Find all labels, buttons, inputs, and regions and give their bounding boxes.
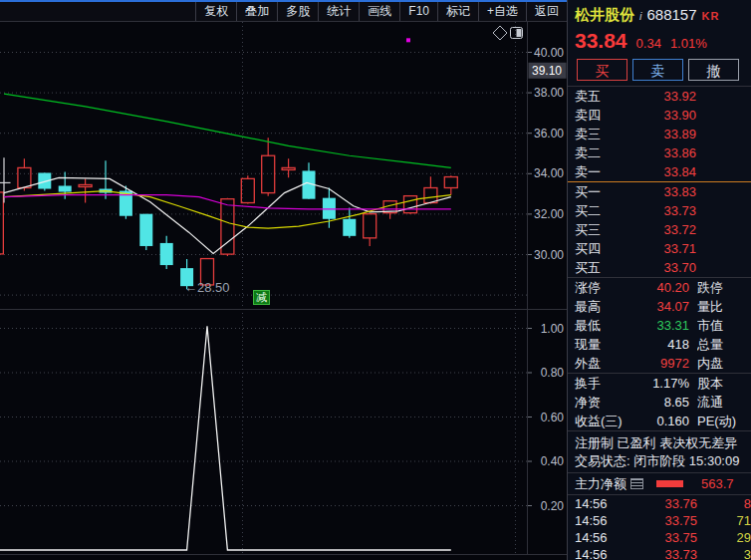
ask-row[interactable]: 卖四33.90 <box>568 106 751 125</box>
tick-row: 14:5633.7571 <box>568 512 751 529</box>
level-price: 33.92 <box>626 87 696 106</box>
toolbar-button[interactable]: 标记 <box>437 2 478 21</box>
ask-row[interactable]: 卖二33.86 <box>568 143 751 162</box>
gridlines <box>0 53 527 506</box>
stat-label: 市值 <box>697 316 751 335</box>
buy-button[interactable]: 买 <box>577 59 627 81</box>
reduce-holdings-badge: 减 <box>253 290 270 305</box>
level-price: 33.72 <box>626 220 696 239</box>
info-icon[interactable]: i <box>639 10 641 22</box>
level-price: 33.84 <box>626 162 696 181</box>
cursor-price-label: 39.10 <box>532 64 562 78</box>
tick-price: 33.73 <box>621 546 723 560</box>
axis-tick-label: 38.00 <box>534 86 564 100</box>
stat-label: 换手 <box>575 374 626 393</box>
tick-list: 14:5633.76814:5633.757114:5633.752914:56… <box>568 495 751 560</box>
stat-row: 收益(三)0.160PE(动) <box>568 412 751 430</box>
stat-value: 9972 <box>626 354 689 373</box>
stat-label: 收益(三) <box>575 412 626 430</box>
stat-row: 外盘9972内盘 <box>568 354 751 373</box>
stat-row: 最低33.31市值 <box>568 316 751 335</box>
toolbar-button[interactable]: 复权 <box>195 2 236 21</box>
stat-label: 现量 <box>575 335 626 354</box>
stat-label: PE(动) <box>697 412 751 430</box>
main-force-row[interactable]: 主力净额 563.7 <box>568 473 751 495</box>
main-force-value: 563.7 <box>701 476 751 491</box>
axis-tick-label: 0.20 <box>541 499 565 513</box>
level-label: 卖五 <box>575 87 626 106</box>
bid-row[interactable]: 买五33.70 <box>568 258 751 277</box>
y-axis: 40.0038.0036.0034.0032.0030.001.000.800.… <box>528 46 564 513</box>
candlestick-chart[interactable]: 40.0038.0036.0034.0032.0030.001.000.800.… <box>0 0 567 560</box>
axis-tick-label: 34.00 <box>534 166 564 180</box>
tick-price: 33.76 <box>621 495 723 512</box>
stock-code: 688157 <box>646 6 696 23</box>
last-price: 33.84 <box>575 29 627 53</box>
level-label: 卖二 <box>575 143 626 162</box>
toolbar-button[interactable]: 统计 <box>318 2 359 21</box>
toolbar-button[interactable]: 画线 <box>359 2 399 21</box>
signal-indicator-line <box>0 326 451 550</box>
stat-label: 最低 <box>575 316 626 335</box>
bid-row[interactable]: 买四33.71 <box>568 239 751 258</box>
stat-row: 涨停40.20跌停 <box>568 278 751 297</box>
level-label: 买五 <box>575 258 626 277</box>
stat-value: 1.17% <box>626 374 689 393</box>
main-force-label: 主力净额 <box>575 475 626 493</box>
tick-row: 14:5633.7529 <box>568 529 751 546</box>
chart-toolbar: 复权叠加多股统计画线F10标记+自选返回 <box>0 0 567 22</box>
stat-value: 33.31 <box>626 316 689 335</box>
quote-panel: 松井股份 i 688157 KR 33.84 0.34 1.01% 买卖撤 卖五… <box>567 0 751 560</box>
star-market-tag: KR <box>702 10 720 22</box>
tick-price: 33.75 <box>621 529 723 546</box>
level-price: 33.90 <box>626 106 696 125</box>
stat-value: 40.20 <box>626 278 689 297</box>
level-price: 33.89 <box>626 125 696 143</box>
stat-row: 现量418总量 <box>568 335 751 354</box>
tick-time: 14:56 <box>575 546 621 560</box>
split-window-icon-fill <box>517 29 522 37</box>
level-price: 33.71 <box>626 239 696 258</box>
stat-value: 0.160 <box>626 412 689 430</box>
axis-tick-label: 1.00 <box>541 322 565 336</box>
level-price: 33.86 <box>626 143 696 162</box>
toolbar-button[interactable]: 返回 <box>526 2 567 21</box>
tick-volume: 3 <box>723 546 751 560</box>
toolbar-button[interactable]: 多股 <box>277 2 318 21</box>
sell-button[interactable]: 卖 <box>632 59 683 81</box>
tick-price: 33.75 <box>621 512 723 529</box>
quote-stats: 涨停40.20跌停最高34.07量比最低33.31市值现量418总量外盘9972… <box>568 277 751 431</box>
stat-label: 外盘 <box>575 354 626 373</box>
ask-row[interactable]: 卖一33.84 <box>568 162 751 181</box>
stat-label: 流通 <box>697 393 751 412</box>
status-line: 交易状态: 闭市阶段 15:30:09 <box>575 452 751 470</box>
price-row: 33.84 0.34 1.01% <box>568 26 751 57</box>
toolbar-button[interactable]: F10 <box>399 2 437 21</box>
bid-row[interactable]: 买一33.83 <box>568 182 751 201</box>
ask-row[interactable]: 卖五33.92 <box>568 87 751 106</box>
tick-time: 14:56 <box>575 529 621 546</box>
ask-row[interactable]: 卖三33.89 <box>568 125 751 143</box>
ma-long <box>4 94 451 167</box>
toolbar-button[interactable]: +自选 <box>478 2 526 21</box>
axis-tick-label: 0.40 <box>541 454 565 468</box>
bid-row[interactable]: 买二33.73 <box>568 201 751 220</box>
quote-header: 松井股份 i 688157 KR <box>568 0 751 26</box>
level-label: 卖三 <box>575 125 626 143</box>
stat-label: 净资 <box>575 393 626 412</box>
stat-label: 最高 <box>575 297 626 316</box>
main-force-bar <box>656 480 683 487</box>
bid-row[interactable]: 买三33.72 <box>568 220 751 239</box>
axis-tick-label: 0.60 <box>541 411 565 424</box>
cancel-button[interactable]: 撤 <box>688 59 739 81</box>
tick-volume: 29 <box>723 529 751 546</box>
marker-dot <box>406 38 410 42</box>
tick-row: 14:5633.768 <box>568 495 751 512</box>
toolbar-button[interactable]: 叠加 <box>236 2 277 21</box>
level-price: 33.83 <box>626 182 696 201</box>
detail-list-icon[interactable] <box>630 478 643 489</box>
diamond-marker-icon[interactable] <box>493 26 507 40</box>
stat-value: 34.07 <box>626 297 689 316</box>
level-price: 33.70 <box>626 258 696 277</box>
stock-name: 松井股份 <box>575 6 634 25</box>
